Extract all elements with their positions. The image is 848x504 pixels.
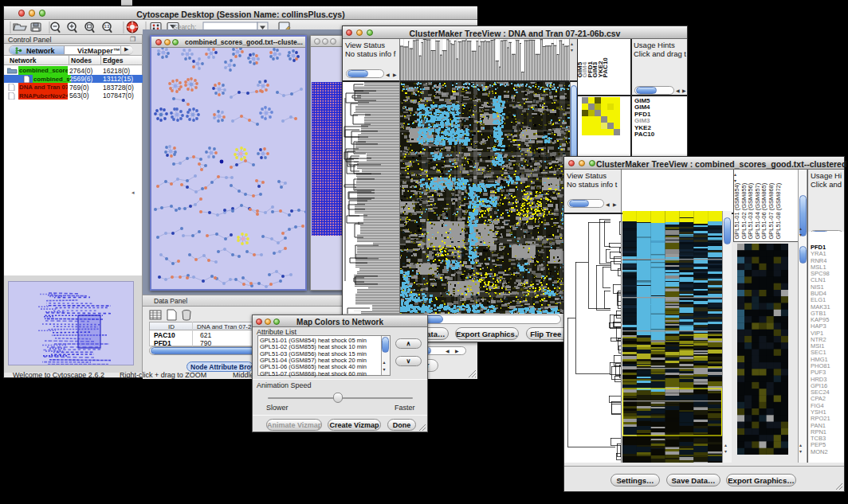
svg-text:1:1: 1:1 xyxy=(104,24,109,29)
